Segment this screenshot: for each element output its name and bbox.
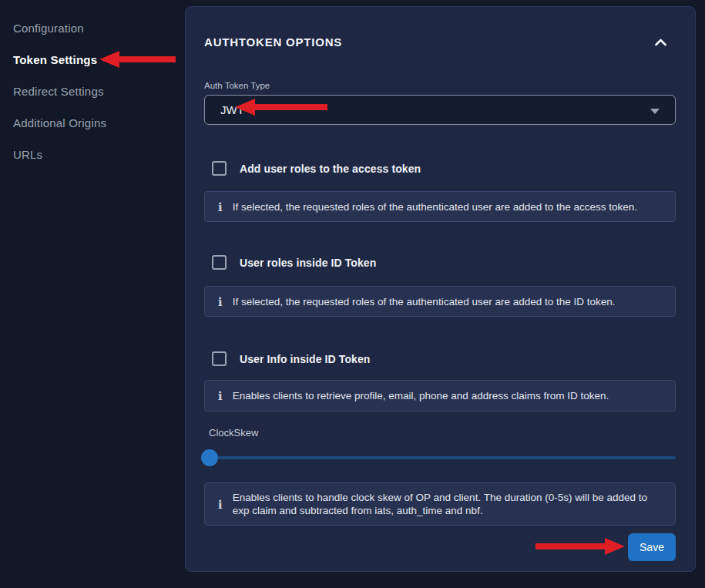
option-add-user-roles-access-token[interactable]: Add user roles to the access token bbox=[212, 161, 421, 176]
option-label: Add user roles to the access token bbox=[240, 163, 421, 175]
panel-title: AUTHTOKEN OPTIONS bbox=[204, 35, 342, 49]
arrow-head-icon bbox=[235, 99, 255, 116]
sidebar-item-configuration[interactable]: Configuration bbox=[13, 22, 185, 35]
caret-down-icon bbox=[650, 109, 660, 114]
collapse-panel-button[interactable] bbox=[646, 32, 674, 52]
option-label: User roles inside ID Token bbox=[240, 257, 376, 269]
authtoken-options-panel: AUTHTOKEN OPTIONS Auth Token Type JWT Ad… bbox=[185, 6, 696, 572]
arrow-head-icon bbox=[99, 51, 119, 68]
sidebar-item-additional-origins[interactable]: Additional Origins bbox=[13, 117, 185, 129]
arrow-head-icon bbox=[605, 538, 625, 555]
checkbox-user-info-id-token[interactable] bbox=[212, 351, 227, 366]
info-banner-user-info: ℹ Enables clients to retrieve profile, e… bbox=[204, 380, 676, 412]
sidebar-item-urls[interactable]: URLs bbox=[13, 149, 185, 161]
checkbox-user-roles-id-token[interactable] bbox=[212, 255, 227, 270]
clockskew-label: ClockSkew bbox=[209, 427, 258, 438]
chevron-up-icon bbox=[655, 37, 666, 49]
info-banner-clockskew: ℹ Enables clients to handle clock skew o… bbox=[204, 482, 676, 526]
token-settings-screen: Configuration Token Settings Redirect Se… bbox=[0, 0, 705, 588]
info-icon: ℹ bbox=[218, 201, 223, 213]
save-button[interactable]: Save bbox=[628, 533, 676, 561]
info-text: If selected, the requested roles of the … bbox=[233, 295, 616, 308]
option-label: User Info inside ID Token bbox=[240, 353, 371, 365]
info-banner-access-token: ℹ If selected, the requested roles of th… bbox=[204, 191, 676, 222]
annotation-arrow-token-settings bbox=[99, 51, 176, 68]
annotation-arrow-save bbox=[535, 538, 625, 555]
sidebar-item-redirect-settings[interactable]: Redirect Settings bbox=[13, 86, 185, 98]
auth-token-type-label: Auth Token Type bbox=[204, 81, 270, 90]
info-text: Enables clients to retrieve profile, ema… bbox=[233, 389, 609, 402]
info-text: Enables clients to handle clock skew of … bbox=[233, 491, 663, 517]
option-user-info-id-token[interactable]: User Info inside ID Token bbox=[212, 351, 371, 366]
info-icon: ℹ bbox=[218, 499, 223, 510]
option-user-roles-id-token[interactable]: User roles inside ID Token bbox=[212, 255, 376, 270]
clockskew-slider-track[interactable] bbox=[204, 456, 676, 459]
info-banner-id-token-roles: ℹ If selected, the requested roles of th… bbox=[204, 286, 676, 317]
info-text: If selected, the requested roles of the … bbox=[233, 200, 637, 213]
sidebar: Configuration Token Settings Redirect Se… bbox=[0, 0, 185, 588]
info-icon: ℹ bbox=[218, 390, 223, 402]
info-icon: ℹ bbox=[218, 296, 223, 307]
annotation-arrow-jwt bbox=[235, 99, 327, 116]
checkbox-add-user-roles-access-token[interactable] bbox=[212, 161, 227, 176]
clockskew-slider-thumb[interactable] bbox=[201, 449, 218, 466]
